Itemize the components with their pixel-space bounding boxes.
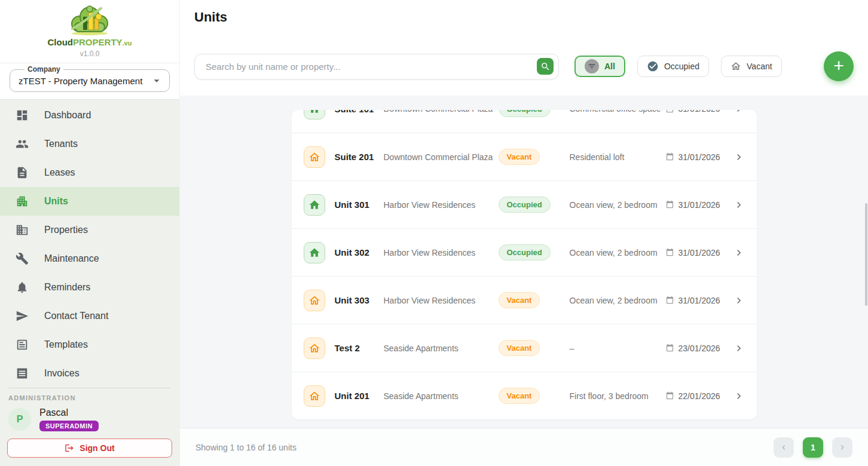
calendar-icon — [665, 248, 674, 257]
chevron-right-icon — [838, 443, 847, 452]
status-badge: Vacant — [499, 340, 540, 356]
sidebar-item-contact-tenant[interactable]: Contact Tenant — [0, 302, 179, 330]
unit-property: Downtown Commercial Plaza — [384, 110, 499, 114]
company-select-label: Company — [25, 65, 63, 73]
sidebar-item-templates[interactable]: Templates — [0, 330, 179, 359]
calendar-icon — [665, 152, 674, 161]
main-area: Units All Occupied — [179, 0, 868, 466]
unit-status-cell: Vacant — [499, 149, 570, 165]
unit-property: Harbor View Residences — [384, 296, 499, 305]
prev-page-button[interactable] — [774, 437, 794, 458]
home-icon — [308, 342, 320, 354]
home-icon — [308, 247, 320, 259]
people-icon — [16, 137, 29, 151]
sidebar-item-label: Contact Tenant — [44, 311, 108, 321]
article-icon — [16, 338, 29, 351]
sidebar-item-reminders[interactable]: Reminders — [0, 273, 179, 302]
unit-name: Unit 303 — [335, 295, 384, 305]
unit-date-text: 31/01/2026 — [678, 152, 720, 162]
row-chevron-icon[interactable] — [733, 110, 745, 115]
sidebar-item-dashboard[interactable]: Dashboard — [0, 101, 179, 130]
unit-status-cell: Vacant — [499, 388, 570, 404]
calendar-icon — [665, 296, 674, 305]
unit-row[interactable]: Unit 302 Harbor View Residences Occupied… — [292, 228, 757, 276]
next-page-button[interactable] — [832, 437, 852, 458]
brand-property-text: PROPERTY — [73, 37, 123, 47]
row-chevron-icon[interactable] — [733, 151, 745, 163]
sign-out-button[interactable]: Sign Out — [7, 439, 172, 458]
sidebar-item-label: Invoices — [44, 368, 80, 379]
page-title: Units — [194, 10, 854, 25]
filter-chip-occupied[interactable]: Occupied — [637, 56, 709, 77]
unit-name: Unit 301 — [335, 200, 384, 210]
unit-row[interactable]: Unit 301 Harbor View Residences Occupied… — [292, 180, 757, 228]
caret-down-icon — [150, 74, 163, 87]
description-icon — [16, 166, 29, 179]
sign-out-label: Sign Out — [80, 443, 114, 453]
filter-chip-all[interactable]: All — [574, 56, 625, 77]
unit-date-text: 31/01/2026 — [678, 110, 720, 114]
page-number-button[interactable]: 1 — [803, 437, 823, 458]
company-select-value: zTEST - Property Management — [19, 76, 150, 86]
unit-type-icon — [304, 338, 325, 359]
unit-date: 31/01/2026 — [665, 296, 733, 305]
row-chevron-icon[interactable] — [733, 390, 745, 402]
unit-row[interactable]: Unit 303 Harbor View Residences Vacant O… — [292, 276, 757, 324]
sidebar-item-invoices[interactable]: Invoices — [0, 359, 179, 388]
unit-type-icon — [304, 146, 325, 168]
unit-type-icon — [304, 110, 325, 119]
content-area: Suite 101 Downtown Commercial Plaza Occu… — [179, 96, 868, 428]
company-select[interactable]: Company zTEST - Property Management — [10, 69, 170, 92]
sidebar-item-units[interactable]: Units — [0, 187, 179, 216]
filter-list-icon — [588, 62, 596, 70]
sidebar-item-maintenance[interactable]: Maintenance — [0, 244, 179, 273]
row-chevron-icon[interactable] — [733, 342, 745, 354]
add-unit-button[interactable]: + — [824, 51, 854, 81]
unit-row[interactable]: Suite 101 Downtown Commercial Plaza Occu… — [292, 110, 757, 133]
plus-icon: + — [833, 57, 844, 75]
chevron-left-icon — [779, 443, 788, 452]
domain-icon — [16, 223, 29, 237]
unit-row[interactable]: Unit 201 Seaside Apartments Vacant First… — [292, 372, 757, 419]
units-list: Suite 101 Downtown Commercial Plaza Occu… — [292, 110, 757, 419]
unit-row[interactable]: Suite 201 Downtown Commercial Plaza Vaca… — [292, 133, 757, 180]
sidebar-item-properties[interactable]: Properties — [0, 216, 179, 244]
calendar-icon — [665, 110, 674, 114]
unit-row[interactable]: Test 2 Seaside Apartments Vacant – 23/01… — [292, 324, 757, 372]
search-button[interactable] — [537, 58, 554, 75]
home-icon — [731, 61, 741, 72]
apartment-icon — [16, 195, 29, 208]
status-badge: Vacant — [499, 292, 540, 308]
sidebar-item-label: Reminders — [44, 282, 90, 293]
sidebar-item-leases[interactable]: Leases — [0, 158, 179, 187]
check-circle-icon — [647, 60, 659, 72]
unit-property: Harbor View Residences — [384, 200, 499, 210]
unit-type-icon — [304, 242, 325, 263]
unit-date-text: 31/01/2026 — [678, 296, 720, 305]
unit-date: 31/01/2026 — [665, 152, 733, 162]
user-name: Pascal — [39, 407, 99, 418]
unit-description: Commercial office space — [570, 110, 665, 114]
filter-all-avatar — [585, 59, 599, 73]
unit-date: 31/01/2026 — [665, 200, 733, 210]
app-logo-icon — [64, 4, 115, 37]
sidebar: CloudPROPERTY.vu v1.0.0 Company zTEST - … — [0, 0, 179, 466]
status-badge: Occupied — [499, 197, 551, 213]
sidebar-item-tenants[interactable]: Tenants — [0, 130, 179, 158]
vertical-scrollbar[interactable] — [865, 203, 867, 306]
search-filter-row: All Occupied Vacant + — [194, 51, 854, 81]
unit-description: First floor, 3 bedroom — [570, 391, 665, 401]
home-icon — [308, 390, 320, 402]
send-icon — [16, 309, 29, 323]
status-badge: Occupied — [499, 244, 551, 260]
row-chevron-icon[interactable] — [733, 295, 745, 306]
results-summary: Showing 1 to 16 of 16 units — [195, 443, 297, 452]
app-name: CloudPROPERTY.vu — [0, 37, 179, 48]
search-input[interactable] — [206, 62, 537, 72]
filter-chip-vacant[interactable]: Vacant — [721, 56, 782, 77]
unit-date: 31/01/2026 — [665, 110, 733, 114]
brand-tld-text: .vu — [123, 39, 132, 47]
unit-date: 22/01/2026 — [665, 391, 733, 401]
row-chevron-icon[interactable] — [733, 247, 745, 259]
row-chevron-icon[interactable] — [733, 199, 745, 211]
